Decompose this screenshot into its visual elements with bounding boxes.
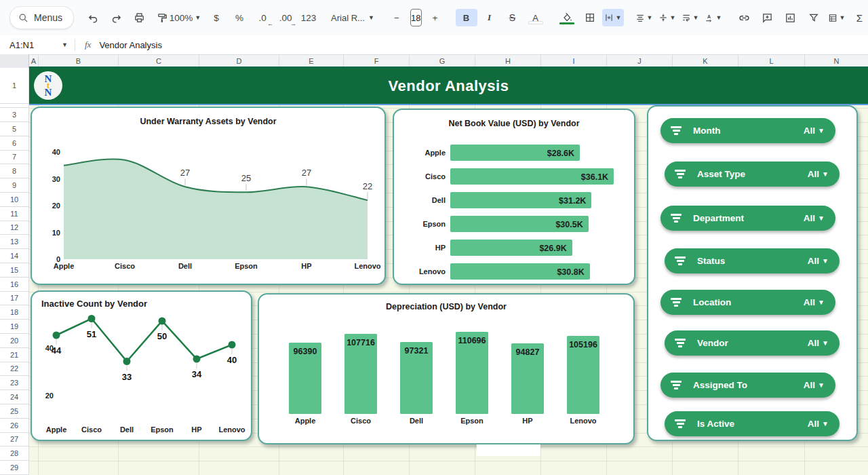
svg-text:HP: HP xyxy=(435,244,446,252)
row-header-17[interactable]: 17 xyxy=(0,292,29,306)
insert-chart-button[interactable] xyxy=(780,9,802,26)
chart-card-under-warranty[interactable]: Under Warranty Assets by Vendor403020100… xyxy=(31,107,386,285)
column-header-K[interactable]: K xyxy=(673,54,738,66)
filter-pill-vendor[interactable]: VendorAll▼ xyxy=(665,330,840,356)
text-color-button[interactable]: A xyxy=(525,9,547,26)
font-size-input[interactable]: 18 xyxy=(410,9,421,26)
row-header-7[interactable]: 7 xyxy=(0,151,29,165)
currency-format-button[interactable]: $ xyxy=(205,9,227,26)
filter-views-button[interactable]: ▼ xyxy=(826,9,848,26)
row-header-6[interactable]: 6 xyxy=(0,136,29,151)
filter-value-dropdown[interactable]: All▼ xyxy=(808,169,829,179)
increase-font-button[interactable]: + xyxy=(425,9,446,26)
row-header-25[interactable]: 25 xyxy=(0,404,29,419)
row-header-29[interactable]: 29 xyxy=(0,461,29,475)
create-filter-button[interactable] xyxy=(803,9,825,26)
row-header-28[interactable]: 28 xyxy=(0,446,29,461)
percent-format-button[interactable]: % xyxy=(229,9,250,26)
insert-link-button[interactable] xyxy=(734,9,755,26)
formula-input[interactable]: Vendor Analysis xyxy=(99,40,162,50)
undo-button[interactable] xyxy=(82,9,104,26)
row-header-15[interactable]: 15 xyxy=(0,263,29,278)
row-header-3[interactable]: 3 xyxy=(0,108,29,122)
column-header-F[interactable]: F xyxy=(344,54,410,66)
column-header-E[interactable]: E xyxy=(279,54,344,66)
insert-comment-button[interactable] xyxy=(757,9,778,26)
row-header-18[interactable]: 18 xyxy=(0,305,29,320)
filter-value-dropdown[interactable]: All▼ xyxy=(808,256,829,266)
filter-pill-location[interactable]: LocationAll▼ xyxy=(660,290,835,315)
text-wrap-button[interactable]: ▼ xyxy=(679,9,701,26)
column-header-J[interactable]: J xyxy=(607,54,673,66)
row-header-22[interactable]: 22 xyxy=(0,362,29,377)
row-header-9[interactable]: 9 xyxy=(0,178,29,193)
column-header-H[interactable]: H xyxy=(475,54,541,66)
print-button[interactable] xyxy=(128,9,150,26)
column-header-L[interactable]: L xyxy=(738,54,805,66)
bold-button[interactable]: B xyxy=(456,9,477,26)
column-header-A[interactable]: A xyxy=(29,54,39,66)
filter-pill-asset-type[interactable]: Asset TypeAll▼ xyxy=(665,162,840,187)
column-header-G[interactable]: G xyxy=(410,54,475,66)
borders-button[interactable] xyxy=(579,9,601,26)
row-header-14[interactable]: 14 xyxy=(0,249,29,263)
horizontal-align-button[interactable]: ▼ xyxy=(633,9,655,26)
sheet-canvas[interactable]: N t N Vendor Analysis Under Warranty Ass… xyxy=(29,68,868,475)
row-header-20[interactable]: 20 xyxy=(0,334,29,348)
decrease-font-button[interactable]: − xyxy=(386,9,408,26)
merge-cells-button[interactable]: ▼ xyxy=(602,9,624,26)
filter-value-dropdown[interactable]: All▼ xyxy=(804,380,825,390)
row-header-23[interactable]: 23 xyxy=(0,376,29,390)
column-header-B[interactable]: B xyxy=(39,54,119,66)
filter-value-dropdown[interactable]: All▼ xyxy=(804,213,825,223)
filter-value-dropdown[interactable]: All▼ xyxy=(804,126,825,136)
filter-value-dropdown[interactable]: All▼ xyxy=(808,419,829,429)
filter-pill-department[interactable]: DepartmentAll▼ xyxy=(660,206,835,231)
row-header-27[interactable]: 27 xyxy=(0,433,29,447)
row-header-1[interactable]: 1 xyxy=(0,68,29,104)
fill-color-button[interactable] xyxy=(556,9,578,26)
row-header-10[interactable]: 10 xyxy=(0,193,29,207)
filter-pill-is-active[interactable]: Is ActiveAll▼ xyxy=(665,411,840,436)
strikethrough-button[interactable]: S xyxy=(502,9,524,26)
column-header-C[interactable]: C xyxy=(119,54,199,66)
row-header-12[interactable]: 12 xyxy=(0,221,29,235)
decrease-decimal-button[interactable]: .0← xyxy=(252,9,273,26)
italic-button[interactable]: I xyxy=(479,9,500,26)
chart-card-inactive-count[interactable]: Inactive Count by Vendor4020445133503440… xyxy=(31,290,252,441)
functions-button[interactable]: Σ xyxy=(849,9,868,26)
select-all-corner[interactable] xyxy=(0,54,29,68)
chevron-down-icon: ▼ xyxy=(840,14,846,21)
row-header-21[interactable]: 21 xyxy=(0,348,29,362)
menus-button[interactable]: Menus xyxy=(9,6,74,29)
filter-pill-month[interactable]: MonthAll▼ xyxy=(660,118,835,143)
zoom-select[interactable]: 100%▼ xyxy=(174,9,196,26)
filter-value-dropdown[interactable]: All▼ xyxy=(808,338,829,348)
name-box[interactable]: A1:N1 ▼ xyxy=(0,40,75,50)
vertical-align-button[interactable]: ▼ xyxy=(656,9,678,26)
row-header-26[interactable]: 26 xyxy=(0,419,29,433)
column-header-D[interactable]: D xyxy=(199,54,279,66)
row-header-5[interactable]: 5 xyxy=(0,122,29,136)
toolbar: Menus 100%▼ $ % .0← .00→ 123 Arial R...▼… xyxy=(0,0,868,35)
row-header-11[interactable]: 11 xyxy=(0,207,29,221)
chart-card-depreciation[interactable]: Depreciation (USD) by Vendor96390Apple10… xyxy=(258,293,635,444)
column-header-N[interactable]: N xyxy=(805,54,868,66)
column-header-I[interactable]: I xyxy=(541,54,607,66)
chart-card-net-book-value[interactable]: Net Book Value (USD) by VendorApple$28.6… xyxy=(393,109,635,285)
arrow-left-icon: ← xyxy=(267,20,273,27)
filter-pill-assigned-to[interactable]: Assigned ToAll▼ xyxy=(660,373,835,398)
row-header-24[interactable]: 24 xyxy=(0,390,29,404)
filter-value: All xyxy=(808,256,819,266)
row-header-13[interactable]: 13 xyxy=(0,235,29,249)
increase-decimal-button[interactable]: .00→ xyxy=(275,9,296,26)
row-header-19[interactable]: 19 xyxy=(0,320,29,334)
row-header-8[interactable]: 8 xyxy=(0,164,29,178)
more-formats-button[interactable]: 123 xyxy=(298,9,319,26)
filter-pill-status[interactable]: StatusAll▼ xyxy=(665,248,840,273)
font-select[interactable]: Arial R...▼ xyxy=(329,9,376,26)
filter-value-dropdown[interactable]: All▼ xyxy=(804,297,825,307)
text-rotation-button[interactable]: A▼ xyxy=(703,9,724,26)
row-header-16[interactable]: 16 xyxy=(0,278,29,292)
redo-button[interactable] xyxy=(105,9,127,26)
